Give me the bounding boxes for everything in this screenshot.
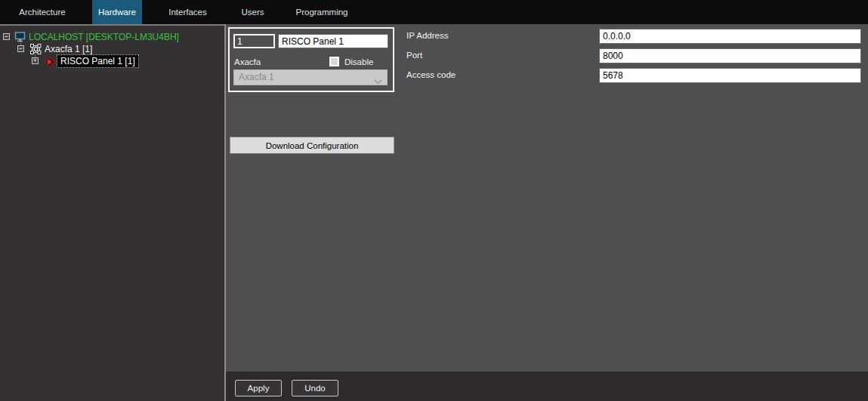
panel-splitter[interactable]	[224, 24, 226, 401]
tab-programming[interactable]: Programming	[288, 0, 356, 24]
top-tab-bar: Architecture Hardware Interfaces Users P…	[0, 0, 868, 24]
tree-node-label[interactable]: LOCALHOST [DESKTOP-LM3U4BH]	[29, 32, 179, 42]
port-input[interactable]	[599, 48, 861, 63]
apply-button[interactable]: Apply	[235, 380, 282, 396]
access-code-label: Access code	[406, 70, 456, 79]
port-label: Port	[406, 51, 422, 60]
tree-row-risco-panel[interactable]: RISCO Panel 1 [1]	[0, 55, 224, 68]
collapse-expander-icon[interactable]	[3, 33, 10, 40]
tab-hardware[interactable]: Hardware	[92, 0, 142, 24]
tree-node-label[interactable]: Axacfa 1 [1]	[45, 44, 92, 54]
panel-identity-groupbox: Axacfa Disable Axacfa 1	[228, 27, 394, 92]
tab-architecture[interactable]: Architecture	[8, 0, 77, 24]
parent-device-dropdown-value: Axacfa 1	[239, 72, 274, 82]
download-configuration-button[interactable]: Download Configuration	[230, 137, 394, 154]
device-tree-panel: LOCALHOST [DESKTOP-LM3U4BH] Axacfa 1 [1]	[0, 24, 224, 401]
ip-address-label: IP Address	[406, 31, 448, 40]
action-bar: Apply Undo	[226, 372, 868, 401]
content-panel: Axacfa Disable Axacfa 1 Download Configu…	[226, 24, 868, 372]
parent-device-dropdown[interactable]: Axacfa 1	[233, 69, 388, 85]
disable-checkbox[interactable]	[329, 57, 339, 66]
collapse-expander-icon[interactable]	[17, 45, 24, 52]
access-code-input[interactable]	[599, 68, 861, 83]
tab-interfaces[interactable]: Interfaces	[155, 0, 221, 24]
target-diamond-icon	[44, 56, 56, 71]
tree-node-label-selected[interactable]: RISCO Panel 1 [1]	[57, 54, 139, 68]
panel-id-input[interactable]	[233, 34, 275, 48]
ip-address-input[interactable]	[599, 29, 861, 44]
panel-name-input[interactable]	[278, 34, 388, 48]
tab-users[interactable]: Users	[224, 0, 281, 24]
expand-expander-icon[interactable]	[32, 57, 39, 64]
tree-row-localhost[interactable]: LOCALHOST [DESKTOP-LM3U4BH]	[0, 31, 224, 44]
undo-button[interactable]: Undo	[292, 380, 338, 396]
parent-device-label: Axacfa	[234, 57, 261, 66]
disable-checkbox-label: Disable	[344, 57, 373, 66]
chevron-down-icon	[374, 75, 382, 89]
